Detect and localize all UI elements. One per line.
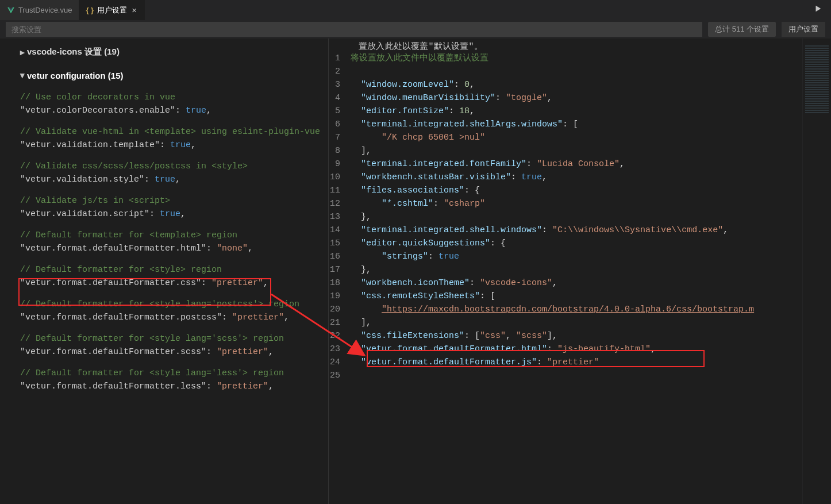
code-content: "terminal.integrated.fontFamily": "Lucid… [351,157,802,171]
setting-item[interactable]: // Default formatter for <style lang='le… [20,367,326,393]
section-vetur[interactable]: ▾ vetur configuration (15) [20,68,328,83]
code-content: "terminal.integrated.shell.windows": "C:… [351,224,802,237]
code-line[interactable]: 23 "vetur.format.defaultFormatter.html":… [329,343,802,356]
chevron-down-icon: ▸ [20,47,25,57]
setting-item[interactable]: // Validate js/ts in <script>"vetur.vali… [20,194,326,221]
code-line[interactable]: 8 ], [329,144,802,157]
code-content: "terminal.integrated.shellArgs.windows":… [351,118,802,131]
code-content: "vetur.format.defaultFormatter.html": "j… [351,343,802,356]
setting-comment: // Default formatter for <style lang='le… [20,367,326,380]
tab-label: TrustDevice.vue [18,6,72,14]
code-content: 将设置放入此文件中以覆盖默认设置 [351,52,802,65]
setting-keyvalue: "vetur.format.defaultFormatter.scss": "p… [20,345,326,359]
code-content: ], [351,144,802,157]
run-icon[interactable] [814,5,822,16]
code-line[interactable]: 6 "terminal.integrated.shellArgs.windows… [329,118,802,131]
line-number: 7 [329,131,351,144]
code-content: "/K chcp 65001 >nul" [351,131,802,144]
minimap[interactable] [802,39,831,504]
code-line[interactable]: 1将设置放入此文件中以覆盖默认设置 [329,52,802,65]
setting-comment: // Default formatter for <style lang='po… [20,298,326,311]
line-number: 20 [329,303,351,316]
default-settings-pane: ▸ vscode-icons 设置 (19) ▾ vetur configura… [0,39,329,504]
search-input[interactable] [6,22,702,37]
code-line[interactable]: 4 "window.menuBarVisibility": "toggle", [329,91,802,105]
code-line[interactable]: 12 "*.cshtml": "csharp" [329,197,802,210]
tab-bar: TrustDevice.vue { } 用户设置 × [0,0,831,20]
line-number: 21 [329,316,351,329]
code-line[interactable]: 21 ], [329,316,802,329]
code-content: "workbench.statusBar.visible": true, [351,171,802,184]
code-line[interactable]: 13 }, [329,210,802,224]
line-number: 17 [329,263,351,276]
code-line[interactable]: 20 "https://maxcdn.bootstrapcdn.com/boot… [329,303,802,316]
setting-comment: // Validate js/ts in <script> [20,194,326,207]
line-number: 19 [329,290,351,303]
line-number: 8 [329,144,351,157]
setting-item[interactable]: // Validate vue-html in <template> using… [20,125,326,152]
tab-trustdevice[interactable]: TrustDevice.vue [0,0,79,20]
code-line[interactable]: 2 [329,65,802,78]
settings-search-row: 总计 511 个设置 用户设置 [0,20,831,39]
section-vscode-icons[interactable]: ▸ vscode-icons 设置 (19) [20,44,328,60]
setting-comment: // Validate css/scss/less/postcss in <st… [20,160,326,173]
code-line[interactable]: 24 "vetur.format.defaultFormatter.js": "… [329,356,802,369]
line-number: 10 [329,171,351,184]
line-number: 16 [329,250,351,263]
code-line[interactable]: 14 "terminal.integrated.shell.windows": … [329,224,802,237]
setting-item[interactable]: // Default formatter for <style lang='sc… [20,332,326,359]
code-content: "*.cshtml": "csharp" [351,197,802,210]
code-content: }, [351,263,802,276]
code-content: ], [351,316,802,329]
setting-item[interactable]: // Validate css/scss/less/postcss in <st… [20,160,326,186]
code-line[interactable]: 18 "workbench.iconTheme": "vscode-icons"… [329,276,802,290]
close-icon[interactable]: × [130,5,138,15]
setting-item[interactable]: // Default formatter for <style> region"… [20,263,326,290]
code-content: "window.zoomLevel": 0, [351,78,802,91]
code-line[interactable]: 11 "files.associations": { [329,184,802,197]
setting-keyvalue: "vetur.validation.script": true, [20,207,326,221]
setting-keyvalue: "vetur.validation.style": true, [20,173,326,186]
user-settings-editor: 置放入此处以覆盖"默认设置"。 1将设置放入此文件中以覆盖默认设置23 "win… [329,39,831,504]
code-content: "css.fileExtensions": ["css", "scss"], [351,329,802,343]
code-content: "workbench.iconTheme": "vscode-icons", [351,276,802,290]
line-number: 3 [329,78,351,91]
line-number: 22 [329,329,351,343]
code-line[interactable]: 25 [329,369,802,382]
setting-item[interactable]: // Default formatter for <template> regi… [20,229,326,255]
tab-label: 用户设置 [97,5,127,16]
code-line[interactable]: 15 "editor.quickSuggestions": { [329,237,802,250]
code-line[interactable]: 19 "css.remoteStyleSheets": [ [329,290,802,303]
setting-item[interactable]: // Default formatter for <style lang='po… [20,298,326,324]
setting-comment: // Default formatter for <template> regi… [20,229,326,242]
line-number: 14 [329,224,351,237]
line-number: 12 [329,197,351,210]
code-line[interactable]: 10 "workbench.statusBar.visible": true, [329,171,802,184]
tab-user-settings[interactable]: { } 用户设置 × [79,0,145,20]
code-line[interactable]: 16 "strings": true [329,250,802,263]
code-content: "files.associations": { [351,184,802,197]
code-content: "editor.quickSuggestions": { [351,237,802,250]
code-line[interactable]: 9 "terminal.integrated.fontFamily": "Luc… [329,157,802,171]
user-settings-tab[interactable]: 用户设置 [782,22,825,37]
code-content: "strings": true [351,250,802,263]
setting-keyvalue: "vetur.colorDecorators.enable": true, [20,104,326,117]
code-content: "css.remoteStyleSheets": [ [351,290,802,303]
code-content: }, [351,210,802,224]
setting-keyvalue: "vetur.validation.template": true, [20,138,326,152]
setting-comment: // Default formatter for <style> region [20,263,326,276]
settings-count: 总计 511 个设置 [708,22,776,37]
code-content: "vetur.format.defaultFormatter.js": "pre… [351,356,802,369]
code-line[interactable]: 17 }, [329,263,802,276]
code-line[interactable]: 7 "/K chcp 65001 >nul" [329,131,802,144]
setting-item[interactable]: // Use color decorators in vue"vetur.col… [20,91,326,117]
line-number: 5 [329,105,351,118]
line-number: 9 [329,157,351,171]
code-line[interactable]: 5 "editor.fontSize": 18, [329,105,802,118]
setting-comment: // Validate vue-html in <template> using… [20,125,326,138]
code-line[interactable]: 3 "window.zoomLevel": 0, [329,78,802,91]
code-line[interactable]: 22 "css.fileExtensions": ["css", "scss"]… [329,329,802,343]
code-content [351,65,802,78]
code-content [351,369,802,382]
line-number: 24 [329,356,351,369]
